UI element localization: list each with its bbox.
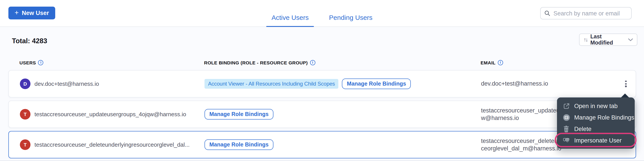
manage-role-bindings-icon [562,114,571,121]
table-row[interactable]: T testaccresourceuser_updateusergroups_4… [8,101,636,128]
avatar: T [20,109,30,120]
role-binding-header-label: ROLE BINDING (ROLE - RESOURCE GROUP) [204,60,308,65]
info-icon[interactable]: i [38,60,44,65]
row-context-menu: Open in new tab Manage Role Bindings [557,98,635,149]
table-row-selected[interactable]: T testaccresourceuser_deleteunderlyingre… [8,131,636,158]
chevron-down-icon [628,38,633,41]
tab-active-users[interactable]: Active Users [272,0,308,27]
search-input[interactable] [554,10,628,16]
role-binding-cell: Account Viewer - All Resources Including… [204,79,411,89]
user-management-page: + New User Active Users Pending Users To… [0,0,644,161]
plus-icon: + [14,9,19,16]
menu-item-delete[interactable]: Delete [557,123,635,135]
menu-item-label: Open in new tab [574,103,618,109]
column-header-users: USERS i [20,60,44,65]
email-cell: dev.doc+test@harness.io [481,71,627,97]
sort-dropdown-label: Last Modified [590,33,625,46]
tab-active-users-label: Active Users [272,14,308,21]
delete-icon [562,126,571,132]
active-tab-underline [266,26,314,27]
user-name: testaccresourceuser_updateusergroups_4oj… [34,111,186,118]
manage-role-bindings-button[interactable]: Manage Role Bindings [342,79,411,89]
tab-pending-users[interactable]: Pending Users [329,0,372,27]
menu-item-label: Delete [574,126,592,132]
column-header-email: EMAIL i [480,60,503,65]
info-icon[interactable]: i [310,60,315,65]
menu-item-open-in-new-tab[interactable]: Open in new tab [557,100,635,112]
menu-item-label: Impersonate User [574,137,622,144]
tabs-bar: Active Users Pending Users [272,0,372,27]
sort-dropdown[interactable]: ↑↓ Last Modified [579,33,637,46]
impersonate-user-icon [562,137,571,144]
tab-pending-users-label: Pending Users [329,14,372,21]
info-icon[interactable]: i [498,60,503,65]
menu-item-manage-role-bindings[interactable]: Manage Role Bindings [557,112,635,123]
context-menu-arrow [621,94,629,98]
top-bar: + New User Active Users Pending Users [0,0,644,27]
sort-arrows-icon: ↑↓ [584,37,587,43]
user-name: dev.doc+test@harness.io [34,80,99,87]
search-icon [544,10,550,16]
manage-role-bindings-button[interactable]: Manage Role Bindings [204,139,274,150]
menu-item-impersonate-user[interactable]: Impersonate User [557,135,635,146]
avatar: T [20,139,30,150]
table-header-row: USERS i ROLE BINDING (ROLE - RESOURCE GR… [0,60,644,67]
avatar: D [20,79,30,89]
email-header-label: EMAIL [480,60,496,65]
new-user-button-label: New User [22,10,49,16]
role-binding-cell: Manage Role Bindings [204,139,274,150]
menu-item-label: Manage Role Bindings [574,114,634,121]
role-binding-cell: Manage Role Bindings [204,109,274,120]
column-header-role-binding: ROLE BINDING (ROLE - RESOURCE GROUP) i [204,60,315,65]
new-user-button[interactable]: + New User [8,7,55,19]
user-name: testaccresourceuser_deleteunderlyingreso… [34,141,190,148]
manage-role-bindings-button[interactable]: Manage Role Bindings [204,109,274,120]
open-in-new-tab-icon [562,103,571,109]
three-dot-menu-icon[interactable] [620,79,631,89]
table-row[interactable]: D dev.doc+test@harness.io Account Viewer… [8,70,636,98]
total-count: Total: 4283 [12,37,47,45]
users-header-label: USERS [20,60,36,65]
role-binding-tag: Account Viewer - All Resources Including… [204,79,338,89]
search-box [540,7,632,19]
